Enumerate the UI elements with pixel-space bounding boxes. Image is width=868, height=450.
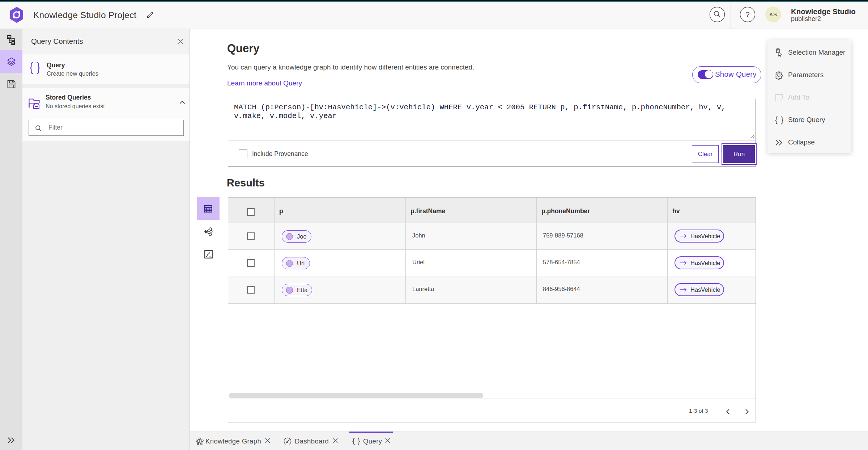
svg-text:?: ? <box>745 10 749 18</box>
